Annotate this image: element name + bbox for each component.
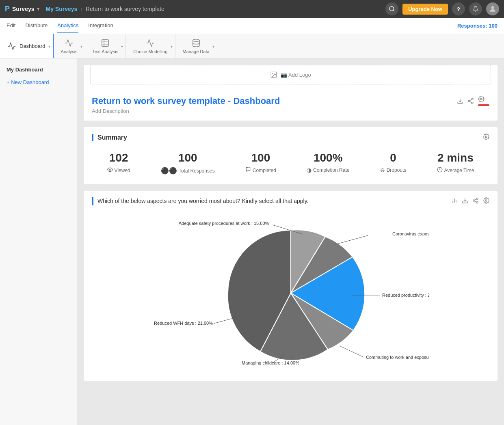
dashboard-title: Return to work survey template - Dashboa… bbox=[92, 96, 280, 106]
completion-rate-icon: ◑ bbox=[307, 167, 311, 173]
stat-completed-value: 100 bbox=[245, 151, 276, 164]
toolbar-text-analysis[interactable]: Text Analysis ▾ bbox=[85, 34, 126, 58]
logo-bar-label: 📷 Add Logo bbox=[281, 72, 311, 78]
pie-chart-container: Adequate safety procedures at work : 15.… bbox=[92, 212, 489, 374]
stat-viewed: 102 Viewed bbox=[107, 151, 130, 174]
question-share-icon[interactable] bbox=[472, 197, 479, 205]
nav-edit[interactable]: Edit bbox=[6, 18, 15, 33]
svg-text:Coronavirus exposure : 15.00%: Coronavirus exposure : 15.00% bbox=[392, 231, 429, 236]
svg-line-14 bbox=[470, 101, 472, 103]
summary-header: Summary bbox=[92, 134, 489, 142]
svg-point-27 bbox=[476, 202, 478, 203]
toolbar-text-analysis-arrow: ▾ bbox=[121, 44, 123, 48]
toolbar-dashboard[interactable]: Dashboard ▾ bbox=[0, 34, 54, 58]
brand-logo: P bbox=[5, 5, 10, 13]
stat-total-responses-label: ⚫⚫ Total Responses bbox=[161, 167, 215, 175]
toolbar-dashboard-label: Dashboard bbox=[19, 43, 45, 49]
average-time-icon bbox=[437, 167, 443, 174]
toolbar: Dashboard ▾ Analysis ▾ Text Analysis ▾ C… bbox=[0, 34, 504, 58]
stat-completed-label: Completed bbox=[245, 167, 276, 174]
chart-type-icon[interactable] bbox=[451, 197, 458, 205]
svg-point-9 bbox=[272, 73, 273, 74]
question-gear-icon[interactable] bbox=[483, 197, 489, 205]
dashboard-description[interactable]: Add Description bbox=[92, 108, 280, 114]
question-header: Which of the below aspects are you worri… bbox=[92, 197, 489, 205]
svg-point-16 bbox=[480, 98, 482, 100]
stat-dropouts-label: ⊖ Dropouts bbox=[380, 167, 407, 173]
top-bar: P Surveys ▾ My Surveys › Return to work … bbox=[0, 0, 504, 18]
breadcrumb-page-title: Return to work survey template bbox=[86, 6, 164, 12]
second-nav: Edit Distribute Analytics Integration Re… bbox=[0, 18, 504, 34]
toolbar-manage-data[interactable]: Manage Data ▾ bbox=[175, 34, 217, 58]
toolbar-analysis[interactable]: Analysis ▾ bbox=[54, 34, 85, 58]
main-content: 📷 Add Logo Return to work survey templat… bbox=[77, 58, 504, 425]
svg-point-2 bbox=[491, 6, 494, 9]
pie-chart: Adequate safety procedures at work : 15.… bbox=[153, 216, 429, 370]
svg-line-29 bbox=[475, 199, 477, 200]
toolbar-manage-data-label: Manage Data bbox=[183, 49, 210, 54]
summary-gear-icon[interactable] bbox=[483, 134, 489, 142]
svg-point-11 bbox=[472, 98, 473, 100]
responses-label: Responses: bbox=[457, 23, 487, 29]
sidebar: My Dashboard + New Dashboard bbox=[0, 58, 77, 425]
nav-analytics[interactable]: Analytics bbox=[57, 18, 78, 33]
svg-rect-3 bbox=[102, 39, 109, 46]
svg-line-33 bbox=[335, 235, 368, 244]
stat-average-time: 2 mins Average Time bbox=[437, 151, 474, 174]
svg-text:Managing childcare : 14.00%: Managing childcare : 14.00% bbox=[242, 360, 299, 365]
svg-text:Commuting to work and exposure: Commuting to work and exposure risk : 11… bbox=[366, 355, 429, 360]
svg-text:Reduced WFH days : 21.00%: Reduced WFH days : 21.00% bbox=[154, 321, 213, 326]
dashboard-title-group: Return to work survey template - Dashboa… bbox=[92, 96, 280, 114]
breadcrumb-chevron: › bbox=[80, 6, 82, 12]
svg-text:Reduced productivity : 24.00%: Reduced productivity : 24.00% bbox=[382, 293, 429, 298]
title-action-gear[interactable] bbox=[478, 96, 489, 106]
breadcrumb-mysurveys[interactable]: My Surveys bbox=[46, 6, 78, 12]
logo-bar[interactable]: 📷 Add Logo bbox=[90, 65, 491, 84]
red-underline bbox=[478, 104, 489, 106]
toolbar-manage-data-arrow: ▾ bbox=[212, 44, 214, 48]
search-button[interactable] bbox=[385, 2, 398, 15]
summary-card: Summary 102 Viewed bbox=[84, 127, 498, 184]
download-icon[interactable] bbox=[457, 98, 463, 104]
stat-completion-rate: 100% ◑ Completion Rate bbox=[307, 151, 349, 173]
toolbar-choice-modelling-label: Choice Modelling bbox=[133, 49, 167, 54]
toolbar-choice-modelling-arrow: ▾ bbox=[171, 44, 173, 48]
completed-icon bbox=[245, 167, 251, 174]
svg-point-17 bbox=[485, 136, 487, 138]
stat-dropouts-value: 0 bbox=[380, 151, 407, 164]
nav-integration[interactable]: Integration bbox=[88, 18, 113, 33]
user-avatar[interactable] bbox=[486, 2, 499, 15]
svg-point-18 bbox=[109, 169, 111, 170]
sidebar-new-dashboard[interactable]: + New Dashboard bbox=[0, 76, 77, 88]
svg-point-7 bbox=[193, 39, 199, 41]
toolbar-choice-modelling[interactable]: Choice Modelling ▾ bbox=[126, 34, 175, 58]
sidebar-my-dashboard[interactable]: My Dashboard bbox=[0, 63, 77, 76]
breadcrumb: My Surveys › Return to work survey templ… bbox=[46, 6, 164, 12]
svg-point-12 bbox=[468, 100, 470, 102]
nav-distribute[interactable]: Distribute bbox=[25, 18, 48, 33]
svg-point-26 bbox=[473, 200, 475, 201]
svg-line-15 bbox=[470, 99, 472, 101]
question-card: Which of the below aspects are you worri… bbox=[84, 191, 498, 381]
stats-row: 102 Viewed 100 ⚫⚫ Total Responses bbox=[92, 148, 489, 178]
toolbar-dashboard-arrow: ▾ bbox=[48, 44, 50, 48]
stat-completion-rate-label: ◑ Completion Rate bbox=[307, 167, 349, 173]
toolbar-analysis-arrow: ▾ bbox=[80, 44, 82, 48]
dashboard-card: 📷 Add Logo Return to work survey templat… bbox=[84, 65, 498, 121]
brand-name: Surveys bbox=[12, 6, 34, 12]
question-actions bbox=[451, 197, 489, 205]
stat-total-responses-value: 100 bbox=[161, 151, 215, 164]
notifications-button[interactable] bbox=[469, 2, 482, 15]
svg-point-25 bbox=[476, 198, 478, 199]
svg-line-28 bbox=[475, 201, 477, 202]
share-icon[interactable] bbox=[467, 98, 474, 104]
question-download-icon[interactable] bbox=[462, 197, 468, 205]
toolbar-analysis-label: Analysis bbox=[61, 49, 78, 54]
upgrade-button[interactable]: Upgrade Now bbox=[402, 4, 448, 15]
brand[interactable]: P Surveys ▾ bbox=[5, 5, 39, 13]
brand-dropdown-arrow[interactable]: ▾ bbox=[37, 6, 39, 12]
svg-line-1 bbox=[393, 10, 394, 11]
svg-text:Adequate safety procedures at : Adequate safety procedures at work : 15.… bbox=[178, 221, 269, 226]
help-button[interactable]: ? bbox=[452, 2, 465, 15]
title-actions bbox=[457, 96, 489, 106]
